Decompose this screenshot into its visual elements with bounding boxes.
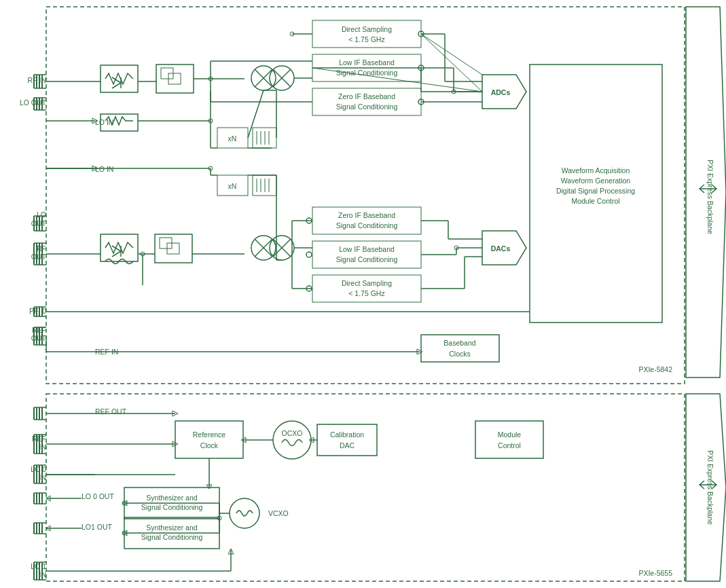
xn-bottom: xN [228,182,237,190]
adcs-label: ADCs [491,88,511,96]
block-diagram: text { font-family: Arial, sans-serif; f… [0,0,726,588]
lo1-in-label: LO 1 [31,562,46,570]
zero-if-1-line1: Zero IF Baseband [338,92,395,100]
lo1-out-label: LO1 OUT [81,523,113,531]
vcxo-label: VCXO [268,509,289,517]
svg-rect-217 [175,421,243,458]
synth-1-line1: Synthesizer and [146,494,197,502]
xn-top: xN [228,134,237,143]
fpga-waveform-acq: Waveform Acquisition [562,166,630,174]
svg-point-136 [306,252,312,257]
low-if-1-line1: Low IF Baseband [339,58,395,67]
lo0-in-label: LO 0 [31,465,46,473]
dacs-label: DACs [491,244,511,253]
synth-2-line1: Synthesizer and [146,523,197,532]
pfi0-label: PFI 0 [29,307,46,315]
baseband-clocks-line1: Baseband [443,339,475,347]
fpga-dsp: Digital Signal Processing [556,187,635,195]
low-if-2-line2: Signal Conditioning [336,255,398,263]
svg-point-218 [273,421,311,459]
module-ctrl-line2: Control [498,441,521,449]
zero-if-2-line1: Zero IF Baseband [338,211,395,219]
svg-line-116 [421,34,482,92]
svg-line-114 [421,34,482,75]
pxie5655-label: PXIe-5655 [638,569,672,577]
lo-in-2-label: LO IN [95,165,113,173]
fpga-waveform-gen: Waveform Generation [561,177,630,185]
fpga-module-ctrl: Module Control [571,197,619,205]
svg-rect-219 [317,424,377,456]
svg-rect-30 [101,65,138,92]
ocxo-label: OCXO [282,429,303,437]
baseband-clocks-line2: Clocks [449,350,471,358]
svg-line-156 [248,90,264,138]
svg-rect-224 [475,421,543,458]
module-ctrl-line1: Module [498,430,522,439]
ref-clock-line1: Reference [193,430,226,439]
ref-clock-line2: Clock [200,441,219,449]
svg-point-227 [230,498,259,528]
synth-2-line2: Signal Conditioning [141,533,203,541]
main-container: text { font-family: Arial, sans-serif; f… [0,0,726,588]
lo0-out-label: LO 0 OUT [81,492,114,500]
direct-sampling-1-line2: < 1.75 GHz [348,35,384,43]
pxie5842-label: PXIe-5842 [638,365,672,373]
svg-marker-3 [686,7,726,378]
direct-sampling-1-line1: Direct Sampling [342,25,392,33]
low-if-2-line1: Low IF Baseband [339,245,395,253]
calibration-dac-line2: DAC [340,441,355,449]
direct-sampling-2-line2: < 1.75 GHz [348,289,384,297]
ref-out-lower-label: REF OUT [95,407,127,416]
zero-if-1-line2: Signal Conditioning [336,103,398,111]
svg-text:PXI Express Backplane: PXI Express Backplane [706,160,714,234]
lo-out-2-label: LO [37,210,46,219]
direct-sampling-2-line1: Direct Sampling [342,279,392,287]
synth-1-line2: Signal Conditioning [141,503,203,511]
zero-if-2-line2: Signal Conditioning [336,221,398,229]
svg-marker-6 [686,394,726,581]
svg-rect-12 [312,20,421,48]
svg-rect-47 [101,234,138,261]
calibration-dac-line1: Calibration [330,430,364,439]
